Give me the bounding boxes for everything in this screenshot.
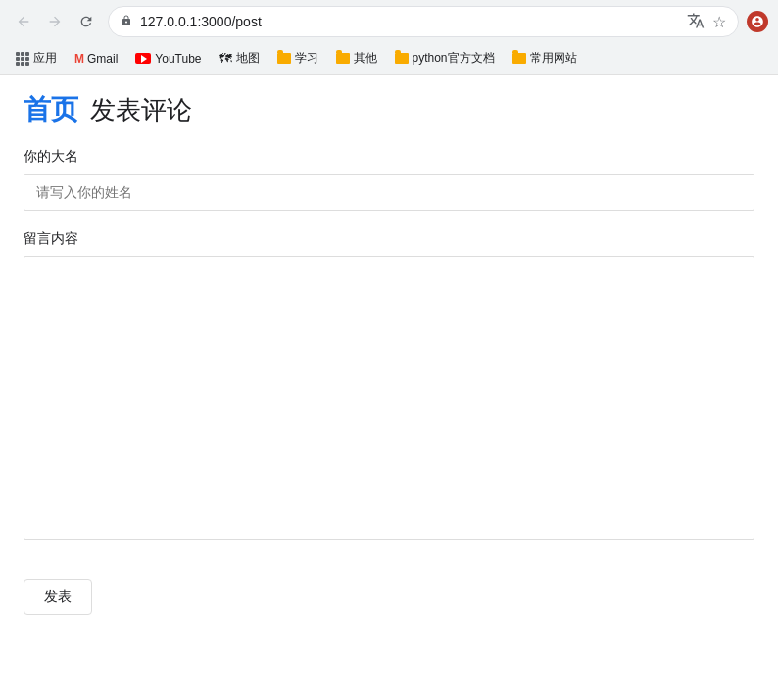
bookmarks-bar: 应用 M Gmail YouTube 🗺 地图 学习 其他 bbox=[0, 43, 778, 75]
apps-icon bbox=[16, 52, 29, 66]
address-bar[interactable]: 127.0.0.1:3000/post ☆ bbox=[108, 6, 739, 37]
browser-toolbar: 127.0.0.1:3000/post ☆ bbox=[0, 0, 778, 43]
bookmark-apps[interactable]: 应用 bbox=[8, 46, 65, 71]
bookmark-other-label: 其他 bbox=[354, 50, 377, 67]
nav-buttons bbox=[10, 8, 100, 35]
name-input[interactable] bbox=[24, 174, 754, 211]
translate-icon[interactable] bbox=[687, 12, 705, 32]
name-label: 你的大名 bbox=[24, 148, 754, 166]
bookmark-python-label: python官方文档 bbox=[413, 50, 495, 67]
home-link[interactable]: 首页 bbox=[24, 91, 78, 128]
submit-button[interactable]: 发表 bbox=[24, 579, 92, 615]
forward-button[interactable] bbox=[41, 8, 69, 35]
bookmark-maps[interactable]: 🗺 地图 bbox=[212, 46, 267, 71]
page-title: 发表评论 bbox=[90, 93, 192, 127]
bookmark-gmail[interactable]: M Gmail bbox=[67, 48, 125, 70]
folder-icon bbox=[277, 53, 291, 64]
bookmark-study-label: 学习 bbox=[295, 50, 318, 67]
bookmark-python[interactable]: python官方文档 bbox=[387, 46, 503, 71]
folder-icon-common bbox=[512, 53, 526, 64]
folder-icon-other bbox=[336, 53, 350, 64]
star-icon[interactable]: ☆ bbox=[712, 13, 726, 31]
content-textarea[interactable] bbox=[24, 256, 754, 540]
content-label: 留言内容 bbox=[24, 230, 754, 248]
bookmark-other[interactable]: 其他 bbox=[328, 46, 385, 71]
bookmark-youtube-label: YouTube bbox=[155, 52, 201, 66]
bookmark-common[interactable]: 常用网站 bbox=[505, 46, 585, 71]
page-content: 首页 发表评论 你的大名 留言内容 发表 bbox=[0, 75, 778, 664]
bookmark-gmail-label: Gmail bbox=[87, 52, 118, 66]
bookmark-study[interactable]: 学习 bbox=[269, 46, 326, 71]
profile-avatar[interactable] bbox=[747, 11, 768, 32]
content-form-group: 留言内容 bbox=[24, 230, 754, 544]
lock-icon bbox=[121, 14, 132, 30]
reload-button[interactable] bbox=[73, 8, 100, 35]
bookmark-apps-label: 应用 bbox=[33, 50, 57, 67]
browser-chrome: 127.0.0.1:3000/post ☆ 应用 M Gmail bbox=[0, 0, 778, 75]
bookmark-maps-label: 地图 bbox=[236, 50, 260, 67]
folder-icon-python bbox=[395, 53, 409, 64]
gmail-icon: M bbox=[74, 52, 83, 66]
bookmark-common-label: 常用网站 bbox=[530, 50, 577, 67]
address-url: 127.0.0.1:3000/post bbox=[140, 14, 679, 29]
maps-icon: 🗺 bbox=[219, 51, 232, 66]
bookmark-youtube[interactable]: YouTube bbox=[127, 48, 209, 70]
name-form-group: 你的大名 bbox=[24, 148, 754, 211]
page-header: 首页 发表评论 bbox=[24, 91, 754, 128]
youtube-icon bbox=[135, 53, 151, 64]
back-button[interactable] bbox=[10, 8, 37, 35]
toolbar-icons bbox=[747, 11, 768, 32]
